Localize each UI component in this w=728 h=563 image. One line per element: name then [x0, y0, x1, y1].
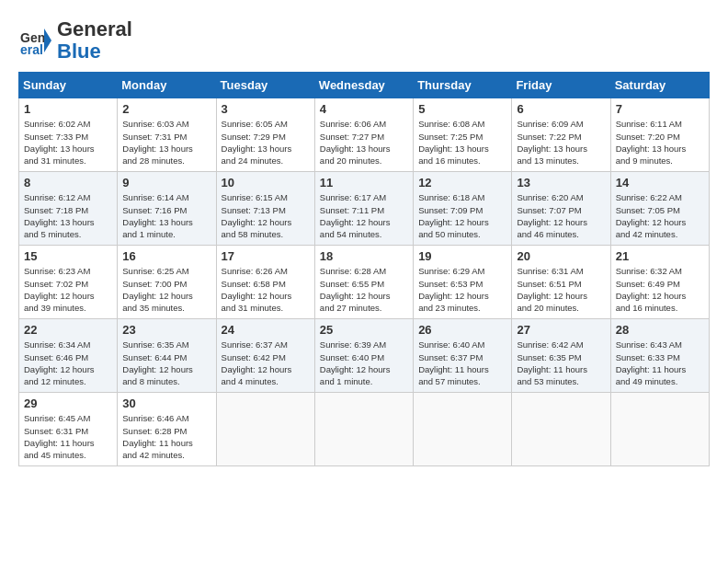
header-thursday: Thursday [414, 73, 512, 98]
header-sunday: Sunday [19, 73, 118, 98]
day-info: Sunrise: 6:02 AMSunset: 7:33 PMDaylight:… [24, 118, 112, 167]
calendar-cell: 26Sunrise: 6:40 AMSunset: 6:37 PMDayligh… [414, 319, 512, 393]
day-number: 2 [122, 102, 210, 116]
day-info: Sunrise: 6:43 AMSunset: 6:33 PMDaylight:… [616, 339, 704, 387]
calendar-cell: 10Sunrise: 6:15 AMSunset: 7:13 PMDayligh… [216, 172, 314, 246]
day-number: 22 [24, 323, 112, 337]
day-number: 25 [320, 323, 408, 337]
day-info: Sunrise: 6:15 AMSunset: 7:13 PMDaylight:… [222, 191, 310, 240]
calendar-cell: 22Sunrise: 6:34 AMSunset: 6:46 PMDayligh… [19, 319, 118, 393]
day-info: Sunrise: 6:11 AMSunset: 7:20 PMDaylight:… [616, 118, 704, 167]
day-info: Sunrise: 6:05 AMSunset: 7:29 PMDaylight:… [222, 118, 310, 167]
day-info: Sunrise: 6:03 AMSunset: 7:31 PMDaylight:… [122, 118, 210, 167]
calendar-cell: 25Sunrise: 6:39 AMSunset: 6:40 PMDayligh… [314, 319, 413, 393]
day-info: Sunrise: 6:46 AMSunset: 6:28 PMDaylight:… [122, 412, 210, 461]
day-info: Sunrise: 6:42 AMSunset: 6:35 PMDaylight:… [517, 339, 605, 387]
day-info: Sunrise: 6:31 AMSunset: 6:51 PMDaylight:… [517, 265, 605, 314]
header-saturday: Saturday [610, 73, 709, 98]
day-info: Sunrise: 6:45 AMSunset: 6:31 PMDaylight:… [24, 412, 112, 461]
day-number: 16 [122, 249, 210, 263]
day-number: 18 [320, 249, 408, 263]
day-number: 11 [320, 176, 408, 190]
day-info: Sunrise: 6:23 AMSunset: 7:02 PMDaylight:… [24, 265, 112, 314]
logo: Gen eral GeneralBlue [18, 18, 132, 63]
day-info: Sunrise: 6:26 AMSunset: 6:58 PMDaylight:… [222, 265, 310, 314]
day-info: Sunrise: 6:40 AMSunset: 6:37 PMDaylight:… [418, 339, 506, 387]
calendar-cell: 1Sunrise: 6:02 AMSunset: 7:33 PMDaylight… [19, 98, 118, 172]
header-tuesday: Tuesday [216, 73, 314, 98]
calendar-cell: 30Sunrise: 6:46 AMSunset: 6:28 PMDayligh… [118, 393, 216, 466]
day-info: Sunrise: 6:08 AMSunset: 7:25 PMDaylight:… [418, 118, 506, 167]
calendar-cell [512, 393, 610, 466]
header-monday: Monday [118, 73, 216, 98]
calendar-week-row: 29Sunrise: 6:45 AMSunset: 6:31 PMDayligh… [19, 393, 710, 466]
calendar-cell: 16Sunrise: 6:25 AMSunset: 7:00 PMDayligh… [118, 246, 216, 319]
day-info: Sunrise: 6:35 AMSunset: 6:44 PMDaylight:… [122, 339, 210, 387]
calendar-cell: 6Sunrise: 6:09 AMSunset: 7:22 PMDaylight… [512, 98, 610, 172]
calendar-cell: 7Sunrise: 6:11 AMSunset: 7:20 PMDaylight… [610, 98, 709, 172]
day-info: Sunrise: 6:29 AMSunset: 6:53 PMDaylight:… [418, 265, 506, 314]
day-number: 12 [418, 176, 506, 190]
calendar-cell: 9Sunrise: 6:14 AMSunset: 7:16 PMDaylight… [118, 172, 216, 246]
calendar-cell [414, 393, 512, 466]
header-wednesday: Wednesday [314, 73, 413, 98]
day-number: 5 [418, 102, 506, 116]
svg-text:eral: eral [20, 42, 43, 57]
calendar-cell: 28Sunrise: 6:43 AMSunset: 6:33 PMDayligh… [610, 319, 709, 393]
day-number: 20 [517, 249, 605, 263]
day-info: Sunrise: 6:20 AMSunset: 7:07 PMDaylight:… [517, 191, 605, 240]
day-number: 26 [418, 323, 506, 337]
calendar-cell [216, 393, 314, 466]
day-number: 13 [517, 176, 605, 190]
day-number: 8 [24, 176, 112, 190]
logo-text: GeneralBlue [57, 18, 132, 63]
header-friday: Friday [512, 73, 610, 98]
day-info: Sunrise: 6:12 AMSunset: 7:18 PMDaylight:… [24, 191, 112, 240]
day-number: 27 [517, 323, 605, 337]
calendar-cell: 20Sunrise: 6:31 AMSunset: 6:51 PMDayligh… [512, 246, 610, 319]
calendar-week-row: 8Sunrise: 6:12 AMSunset: 7:18 PMDaylight… [19, 172, 710, 246]
calendar-week-row: 1Sunrise: 6:02 AMSunset: 7:33 PMDaylight… [19, 98, 710, 172]
calendar-cell: 3Sunrise: 6:05 AMSunset: 7:29 PMDaylight… [216, 98, 314, 172]
calendar-cell: 15Sunrise: 6:23 AMSunset: 7:02 PMDayligh… [19, 246, 118, 319]
day-info: Sunrise: 6:18 AMSunset: 7:09 PMDaylight:… [418, 191, 506, 240]
day-number: 4 [320, 102, 408, 116]
day-info: Sunrise: 6:22 AMSunset: 7:05 PMDaylight:… [616, 191, 704, 240]
day-number: 1 [24, 102, 112, 116]
day-number: 23 [122, 323, 210, 337]
day-number: 6 [517, 102, 605, 116]
svg-marker-2 [44, 29, 51, 52]
day-number: 3 [222, 102, 310, 116]
day-number: 21 [616, 249, 704, 263]
day-number: 24 [222, 323, 310, 337]
day-info: Sunrise: 6:09 AMSunset: 7:22 PMDaylight:… [517, 118, 605, 167]
day-number: 19 [418, 249, 506, 263]
day-info: Sunrise: 6:06 AMSunset: 7:27 PMDaylight:… [320, 118, 408, 167]
day-info: Sunrise: 6:14 AMSunset: 7:16 PMDaylight:… [122, 191, 210, 240]
calendar-cell: 8Sunrise: 6:12 AMSunset: 7:18 PMDaylight… [19, 172, 118, 246]
day-number: 10 [222, 176, 310, 190]
day-info: Sunrise: 6:37 AMSunset: 6:42 PMDaylight:… [222, 339, 310, 387]
calendar-cell: 23Sunrise: 6:35 AMSunset: 6:44 PMDayligh… [118, 319, 216, 393]
day-info: Sunrise: 6:28 AMSunset: 6:55 PMDaylight:… [320, 265, 408, 314]
day-info: Sunrise: 6:32 AMSunset: 6:49 PMDaylight:… [616, 265, 704, 314]
calendar-week-row: 15Sunrise: 6:23 AMSunset: 7:02 PMDayligh… [19, 246, 710, 319]
day-number: 30 [122, 396, 210, 410]
calendar-cell: 11Sunrise: 6:17 AMSunset: 7:11 PMDayligh… [314, 172, 413, 246]
day-number: 29 [24, 396, 112, 410]
day-number: 17 [222, 249, 310, 263]
day-info: Sunrise: 6:17 AMSunset: 7:11 PMDaylight:… [320, 191, 408, 240]
calendar-cell: 5Sunrise: 6:08 AMSunset: 7:25 PMDaylight… [414, 98, 512, 172]
day-info: Sunrise: 6:25 AMSunset: 7:00 PMDaylight:… [122, 265, 210, 314]
calendar-cell [314, 393, 413, 466]
calendar-header-row: SundayMondayTuesdayWednesdayThursdayFrid… [19, 73, 710, 98]
calendar-cell: 18Sunrise: 6:28 AMSunset: 6:55 PMDayligh… [314, 246, 413, 319]
page-header: Gen eral GeneralBlue [18, 18, 710, 63]
calendar-cell: 13Sunrise: 6:20 AMSunset: 7:07 PMDayligh… [512, 172, 610, 246]
logo-icon: Gen eral [18, 24, 51, 57]
calendar-cell: 19Sunrise: 6:29 AMSunset: 6:53 PMDayligh… [414, 246, 512, 319]
calendar-cell: 27Sunrise: 6:42 AMSunset: 6:35 PMDayligh… [512, 319, 610, 393]
calendar-cell [610, 393, 709, 466]
day-info: Sunrise: 6:39 AMSunset: 6:40 PMDaylight:… [320, 339, 408, 387]
calendar-cell: 14Sunrise: 6:22 AMSunset: 7:05 PMDayligh… [610, 172, 709, 246]
